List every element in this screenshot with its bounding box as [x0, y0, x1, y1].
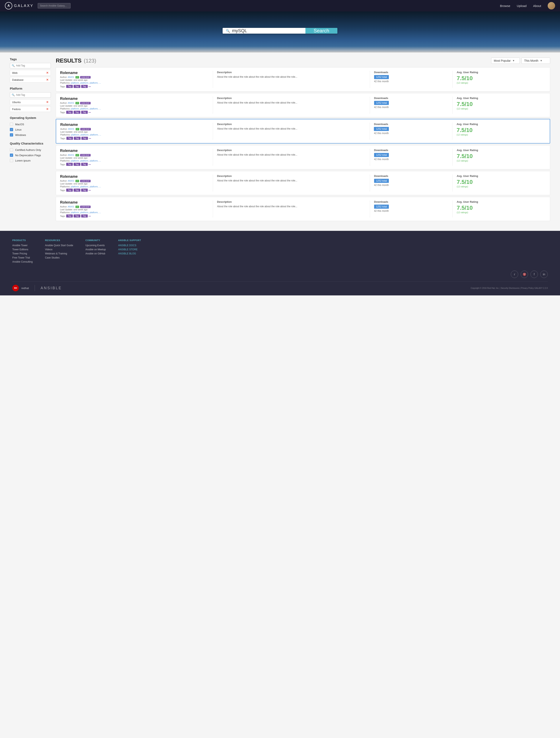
quality-lorem-label: Lorem ipsum: [15, 159, 31, 162]
result-tags-more-5[interactable]: •••: [88, 215, 91, 217]
footer-videos-link[interactable]: Videos: [45, 248, 73, 251]
time-dropdown[interactable]: This Month ▼: [521, 58, 550, 64]
result-author-link-5[interactable]: ANXS: [68, 206, 74, 208]
nav-search-input[interactable]: [38, 3, 70, 8]
result-card-0[interactable]: Rolename Author: ANXS ✓ 1200 EXP Last Up…: [56, 67, 550, 91]
result-tag-3-2[interactable]: Tag: [81, 163, 88, 166]
footer-tower-pricing-link[interactable]: Tower Pricing: [12, 252, 33, 255]
linkedin-icon[interactable]: in: [540, 271, 548, 278]
quality-certified-checkbox[interactable]: [10, 148, 13, 151]
result-tag-0-2[interactable]: Tag: [81, 85, 88, 88]
filter-tag-ubuntu-remove[interactable]: ✕: [46, 100, 49, 104]
sort-dropdown[interactable]: Most Popular ▼: [491, 58, 520, 64]
nav-browse-link[interactable]: Browse: [500, 4, 510, 8]
result-platform-link-4[interactable]: platform, platform, platform, ...: [71, 185, 101, 188]
footer-case-studies-link[interactable]: Case Studies: [45, 256, 73, 259]
os-linux-checkbox[interactable]: ✓: [10, 128, 13, 131]
result-tag-4-1[interactable]: Tag: [74, 189, 80, 192]
result-tag-2-0[interactable]: Tag: [66, 137, 73, 140]
tags-search-input-wrap[interactable]: 🔍: [10, 63, 51, 68]
result-platform-link-5[interactable]: platform, platform, platform, ...: [71, 211, 101, 214]
result-tags-label-3: Tags:: [60, 163, 65, 165]
result-tags-more-1[interactable]: •••: [88, 111, 91, 113]
redhat-logo: RH redhat ANSIBLE: [12, 285, 62, 291]
result-card-5[interactable]: Rolename Author: ANXS ✓ 1200 EXP Last Up…: [56, 197, 550, 221]
result-tag-1-0[interactable]: Tag: [66, 111, 73, 114]
hero-search-button[interactable]: Search: [306, 28, 338, 34]
footer-docs-link[interactable]: ANSIBLE DOCS: [118, 244, 141, 247]
result-author-link-0[interactable]: ANXS: [68, 76, 74, 78]
footer-quickstart-link[interactable]: Ansible Quick Start Guide: [45, 244, 73, 247]
result-tag-0-0[interactable]: Tag: [66, 85, 73, 88]
os-macos-checkbox[interactable]: [10, 122, 13, 126]
hero-search-input[interactable]: [232, 28, 302, 33]
result-author-link-3[interactable]: ANXS: [68, 154, 74, 156]
result-tag-1-1[interactable]: Tag: [74, 111, 80, 114]
footer-tower-editions-link[interactable]: Tower Editions: [12, 248, 33, 251]
footer-consulting-link[interactable]: Ansible Consulting: [12, 260, 33, 263]
quality-lorem-item[interactable]: Lorem ipsum: [10, 158, 51, 163]
result-tag-0-1[interactable]: Tag: [74, 85, 80, 88]
result-tags-more-4[interactable]: •••: [88, 189, 91, 192]
result-tags-more-2[interactable]: •••: [89, 137, 91, 139]
result-card-3[interactable]: Rolename Author: ANXS ✓ 1300 EXP Last Up…: [56, 145, 550, 169]
result-tag-2-1[interactable]: Tag: [74, 137, 80, 140]
result-platform-link-1[interactable]: platform, platform, platform, ...: [71, 107, 101, 110]
result-tags-more-3[interactable]: •••: [88, 163, 91, 165]
result-tag-5-0[interactable]: Tag: [66, 215, 73, 218]
footer-ansible-tower-link[interactable]: Ansible Tower: [12, 244, 33, 247]
facebook-icon[interactable]: f: [531, 271, 538, 278]
result-platform-link-0[interactable]: platform, platform, platform, ...: [71, 82, 101, 84]
result-tag-3-0[interactable]: Tag: [66, 163, 73, 166]
result-tag-5-1[interactable]: Tag: [74, 215, 80, 218]
quality-nodeprecation-checkbox[interactable]: ✓: [10, 153, 13, 157]
nav-about-link[interactable]: About: [533, 4, 541, 8]
footer-events-link[interactable]: Upcoming Events: [85, 244, 106, 247]
result-author-link-2[interactable]: ANXS: [68, 128, 74, 130]
result-tag-1-2[interactable]: Tag: [81, 111, 88, 114]
result-downloads-0: Downloads 1252 total 42 this month: [374, 71, 448, 88]
result-tag-3-1[interactable]: Tag: [74, 163, 80, 166]
result-tags-3: Tags: TagTagTag •••: [60, 163, 209, 166]
filter-tag-database-remove[interactable]: ✕: [46, 78, 49, 81]
result-tags-more-0[interactable]: •••: [88, 85, 91, 88]
avatar[interactable]: [548, 2, 555, 9]
os-windows-item[interactable]: ✓ Windows: [10, 132, 51, 137]
os-linux-item[interactable]: ✓ Linux: [10, 127, 51, 132]
filter-tag-web-remove[interactable]: ✕: [46, 71, 49, 74]
footer-webinars-link[interactable]: Webinars & Training: [45, 252, 73, 255]
result-tag-2-2[interactable]: Tag: [81, 137, 88, 140]
footer-free-tower-link[interactable]: Free Tower Trial: [12, 256, 33, 259]
result-tag-4-2[interactable]: Tag: [81, 189, 88, 192]
result-author-link-1[interactable]: ANXS: [68, 102, 74, 104]
quality-certified-item[interactable]: Certified Authors Only: [10, 147, 51, 152]
footer-meetup-link[interactable]: Ansible on Meetup: [85, 248, 106, 251]
platform-search-input-wrap[interactable]: 🔍: [10, 92, 51, 97]
os-macos-item[interactable]: MacOS: [10, 121, 51, 127]
footer-github-link[interactable]: Ansible on GitHub: [85, 252, 106, 255]
github-icon[interactable]: ♈: [521, 271, 528, 278]
footer-blog-link[interactable]: ANSIBLE BLOG: [118, 252, 141, 255]
footer-store-link[interactable]: ANSIBLE STORE: [118, 248, 141, 251]
os-windows-checkbox[interactable]: ✓: [10, 133, 13, 136]
result-platform-link-3[interactable]: platform, platform, platform, ...: [71, 159, 101, 162]
filter-tag-fedora-remove[interactable]: ✕: [46, 107, 49, 111]
hero-input-wrap: 🔍: [222, 28, 306, 34]
result-card-4[interactable]: Rolename Author: ANXS ✓ 1200 EXP Last Up…: [56, 171, 550, 195]
result-author-link-4[interactable]: ANXS: [68, 179, 74, 182]
nav-upload-link[interactable]: Upload: [517, 4, 527, 8]
tags-search-input[interactable]: [16, 64, 49, 67]
footer-bottom: RH redhat ANSIBLE Copyright © 2016 Red H…: [12, 281, 548, 291]
platform-search-input[interactable]: [16, 93, 49, 96]
result-platform-link-2[interactable]: platform, platform, platform, ...: [71, 133, 101, 136]
result-update-1: Last Update: one week ago: [60, 104, 209, 107]
result-card-2[interactable]: Rolename Author: ANXS ✓ 1200 EXP Last Up…: [56, 119, 550, 143]
logo[interactable]: A GALAXY: [5, 2, 34, 9]
result-tag-5-2[interactable]: Tag: [81, 215, 88, 218]
result-tag-4-0[interactable]: Tag: [66, 189, 73, 192]
result-card-1[interactable]: Rolename Author: ANXS ✓ 1200 EXP Last Up…: [56, 93, 550, 117]
quality-lorem-checkbox[interactable]: [10, 159, 13, 162]
quality-nodeprecation-item[interactable]: ✓ No Deprecation Flags: [10, 152, 51, 158]
twitter-icon[interactable]: 𝕣: [511, 271, 518, 278]
result-rating-0: Avg. User Rating 7.5/10 (12 ratings): [457, 71, 546, 88]
